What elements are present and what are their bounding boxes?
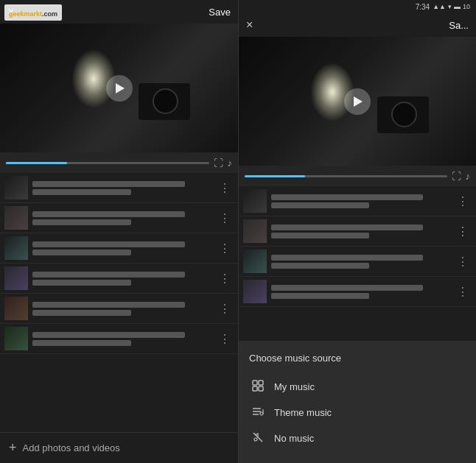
clip-thumbnail: [4, 206, 28, 230]
right-controls-bar: ⛶ ♪: [239, 166, 476, 186]
right-music-icon[interactable]: ♪: [466, 171, 471, 182]
signal-icon: ▲▲: [433, 3, 446, 10]
clip-bar-top: [32, 332, 185, 338]
clip-bars: [32, 302, 211, 316]
clip-thumbnail: [243, 219, 267, 243]
add-photos-bar[interactable]: + Add photos and videos: [0, 432, 238, 463]
save-button[interactable]: Save: [209, 7, 231, 18]
clip-bar-top: [271, 285, 423, 291]
clip-more-button[interactable]: ⋮: [216, 210, 234, 227]
clip-thumbnail: [4, 297, 28, 320]
right-header-left: ×: [246, 18, 253, 32]
watermark: geekmarkt.com: [4, 4, 62, 21]
clip-bars: [271, 225, 449, 238]
add-photos-label: Add photos and videos: [23, 442, 120, 453]
theme-music-label: Theme music: [274, 407, 332, 418]
clip-item: ⋮: [0, 264, 238, 294]
my-music-option[interactable]: My music: [249, 374, 466, 400]
clip-bars: [32, 181, 211, 195]
clip-item: ⋮: [0, 173, 238, 203]
clip-item: ⋮: [239, 247, 476, 277]
clip-bar-top: [271, 194, 423, 200]
right-timeline-track[interactable]: [245, 175, 447, 177]
clip-bar-top: [32, 181, 185, 187]
right-fullscreen-icon[interactable]: ⛶: [452, 171, 461, 182]
music-menu-title: Choose music source: [249, 353, 466, 364]
svg-rect-0: [253, 381, 257, 385]
clip-thumbnail: [4, 266, 28, 290]
clip-more-button[interactable]: ⋮: [454, 253, 472, 270]
fullscreen-icon[interactable]: ⛶: [214, 158, 223, 169]
svg-point-10: [254, 438, 257, 441]
clip-item: ⋮: [0, 294, 238, 324]
clip-bars: [32, 272, 211, 286]
clip-thumbnail: [4, 236, 28, 260]
clip-thumbnail: [243, 189, 267, 213]
video-preview: [0, 24, 238, 152]
no-music-option[interactable]: No music: [249, 425, 466, 451]
clip-more-button[interactable]: ⋮: [216, 331, 234, 347]
clip-more-button[interactable]: ⋮: [454, 283, 472, 300]
clip-more-button[interactable]: ⋮: [454, 223, 472, 240]
status-icons: ▲▲ ▾ ▬ 10: [433, 3, 470, 10]
clip-bar-bottom: [32, 340, 131, 346]
clip-bar-top: [271, 225, 423, 230]
clip-thumbnail: [243, 280, 267, 303]
right-play-icon: [354, 96, 363, 107]
clip-item: ⋮: [239, 277, 476, 307]
camera-lens: [153, 88, 178, 114]
clip-more-button[interactable]: ⋮: [216, 180, 234, 197]
clip-bars: [32, 332, 211, 346]
svg-rect-3: [259, 386, 263, 391]
battery-percent: 10: [463, 3, 470, 10]
clip-thumbnail: [4, 327, 28, 350]
clip-bars: [271, 285, 449, 299]
clip-more-button[interactable]: ⋮: [216, 270, 234, 287]
clip-item: ⋮: [239, 216, 476, 247]
clip-bar-bottom: [32, 250, 131, 255]
clip-bars: [271, 255, 449, 269]
timeline-track[interactable]: [6, 162, 209, 164]
clip-more-button[interactable]: ⋮: [454, 193, 472, 210]
status-time: 7:34: [416, 3, 430, 11]
right-close-button[interactable]: ×: [246, 18, 253, 32]
watermark-text: geekmarkt.com: [9, 10, 57, 18]
theme-music-icon: [251, 406, 265, 420]
controls-bar: ⛶ ♪: [0, 152, 238, 173]
right-play-button[interactable]: [344, 88, 371, 115]
clip-bar-top: [32, 272, 185, 278]
theme-music-option[interactable]: Theme music: [249, 400, 466, 425]
my-music-icon: [251, 380, 265, 394]
clip-bar-top: [32, 211, 185, 217]
no-music-icon: [251, 431, 265, 445]
clip-bars: [32, 241, 211, 255]
no-music-label: No music: [274, 433, 314, 444]
clip-bars: [271, 194, 449, 208]
clip-bar-top: [32, 241, 185, 247]
clip-list: ⋮ ⋮ ⋮ ⋮: [0, 173, 238, 432]
clip-more-button[interactable]: ⋮: [216, 240, 234, 257]
status-bar: 7:34 ▲▲ ▾ ▬ 10: [239, 0, 476, 13]
right-panel: 7:34 ▲▲ ▾ ▬ 10 × Sa... ⛶ ♪: [238, 0, 476, 463]
clip-more-button[interactable]: ⋮: [216, 300, 234, 317]
svg-rect-1: [259, 381, 263, 385]
wifi-icon: ▾: [448, 3, 452, 10]
clip-bar-bottom: [32, 189, 131, 195]
play-button[interactable]: [106, 75, 133, 102]
clip-thumbnail: [4, 176, 28, 199]
clip-bar-bottom: [271, 202, 369, 208]
right-camera-lens: [391, 102, 417, 127]
clip-bar-bottom: [271, 263, 369, 269]
svg-point-7: [260, 412, 263, 415]
clip-bar-top: [32, 302, 185, 308]
clip-bar-top: [271, 255, 423, 261]
right-save-button[interactable]: Sa...: [449, 20, 469, 31]
clip-item: ⋮: [239, 186, 476, 216]
clip-bars: [32, 211, 211, 225]
clip-bar-bottom: [271, 293, 369, 299]
music-icon[interactable]: ♪: [228, 158, 233, 169]
clip-bar-bottom: [32, 310, 131, 316]
svg-rect-2: [253, 386, 257, 391]
left-panel: geekmarkt.com × Save ⛶ ♪: [0, 0, 238, 463]
clip-bar-bottom: [271, 233, 369, 238]
